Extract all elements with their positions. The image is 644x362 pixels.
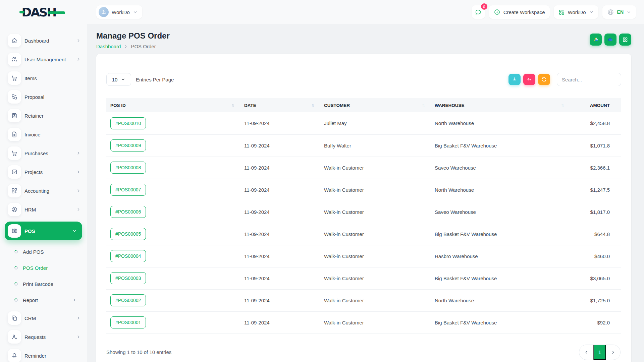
sidebar-subitem-pos-order[interactable]: POS Order — [0, 260, 87, 276]
pos-id-link[interactable]: #POS00007 — [110, 184, 146, 196]
chevron-down-icon — [589, 10, 594, 14]
check-square-icon — [11, 169, 18, 175]
pos-id-link[interactable]: #POS00009 — [110, 139, 146, 152]
warehouse-cell: North Warehouse — [431, 179, 570, 201]
sidebar-item-invoice[interactable]: Invoice — [8, 128, 81, 141]
sidebar-subitem-report[interactable]: Report — [0, 292, 87, 308]
sidebar-item-dashboard[interactable]: Dashboard — [8, 34, 81, 47]
breadcrumb-current: POS Order — [131, 44, 156, 49]
users-icon — [11, 56, 18, 63]
sort-icon: ↑↓ — [422, 103, 431, 108]
sidebar-item-reminder[interactable]: Reminder — [8, 349, 81, 362]
sidebar-item-purchases[interactable]: Purchases — [8, 146, 81, 160]
logo-area: DASH — [0, 5, 87, 19]
table-row: #POS00004 11-09-2024 Walk-in Customer Ha… — [106, 245, 621, 267]
person-target-icon — [11, 206, 18, 213]
table-controls: 10 Entries Per Page — [106, 73, 621, 86]
warehouse-cell: Big Basket F&V Warehouse — [431, 134, 570, 157]
language-selector[interactable]: EN — [602, 5, 636, 19]
dash-logo[interactable]: DASH — [22, 5, 65, 19]
grid-view-button[interactable] — [619, 34, 631, 46]
pos-id-link[interactable]: #POS00010 — [110, 117, 146, 129]
refresh-button[interactable] — [538, 74, 550, 85]
search-input[interactable] — [557, 73, 621, 86]
customer-cell: Walk-in Customer — [320, 179, 431, 201]
amount-cell: $2,366.1 — [570, 157, 621, 179]
date-cell: 11-09-2024 — [240, 201, 320, 223]
home-icon — [11, 37, 18, 44]
pos-id-link[interactable]: #POS00006 — [110, 206, 146, 218]
pos-id-link[interactable]: #POS00005 — [110, 228, 146, 240]
sidebar-item-user-management[interactable]: User Management — [8, 53, 81, 66]
sidebar-item-proposal[interactable]: Proposal — [8, 90, 81, 104]
column-header-date[interactable]: DATE↑↓ — [240, 98, 320, 112]
table-row: #POS00006 11-09-2024 Walk-in Customer Sa… — [106, 201, 621, 223]
amount-cell: $3,065.0 — [570, 267, 621, 289]
save-icon — [11, 112, 18, 119]
warehouse-cell: North Warehouse — [431, 289, 570, 311]
logo-green-bar — [48, 11, 65, 14]
sidebar-item-crm[interactable]: CRM — [8, 311, 81, 325]
app-root: DASH WorkDo 0 Create Workspace WorkDo — [0, 0, 644, 362]
chevron-right-icon — [76, 207, 81, 212]
chevron-down-icon — [121, 77, 125, 82]
amount-cell: $92.0 — [570, 311, 621, 334]
sidebar-item-accounting[interactable]: Accounting — [8, 184, 81, 197]
column-header-warehouse[interactable]: WAREHOUSE↑↓ — [431, 98, 570, 112]
column-header-pos-id[interactable]: POS ID↑↓ — [106, 98, 240, 112]
onedrive-button[interactable] — [604, 34, 616, 46]
pos-id-link[interactable]: #POS00008 — [110, 162, 146, 174]
pagination-next-button[interactable] — [606, 345, 620, 360]
google-drive-button[interactable] — [590, 34, 602, 46]
create-workspace-button[interactable]: Create Workspace — [489, 5, 550, 19]
sidebar-item-pos[interactable]: POS — [5, 222, 82, 240]
date-cell: 11-09-2024 — [240, 112, 320, 134]
pos-id-link[interactable]: #POS00004 — [110, 250, 146, 262]
workspace-selector[interactable]: WorkDo — [96, 5, 142, 19]
pagination-prev-button[interactable] — [579, 345, 593, 360]
sidebar-item-retainer[interactable]: Retainer — [8, 109, 81, 122]
workdo-menu-button[interactable]: WorkDo — [554, 5, 598, 19]
sidebar-item-hrm[interactable]: HRM — [8, 203, 81, 216]
pos-id-link[interactable]: #POS00003 — [110, 272, 146, 284]
sidebar-subitem-print-barcode[interactable]: Print Barcode — [0, 276, 87, 292]
table-row: #POS00009 11-09-2024 Buffy Walter Big Ba… — [106, 134, 621, 157]
breadcrumb-dashboard-link[interactable]: Dashboard — [96, 44, 121, 49]
sort-icon: ↑↓ — [311, 103, 320, 108]
sidebar-subitem-add-pos[interactable]: Add POS — [0, 244, 87, 260]
chevron-right-icon — [72, 298, 77, 302]
table-row: #POS00001 11-09-2024 Walk-in Customer Bi… — [106, 311, 621, 334]
pos-id-link[interactable]: #POS00001 — [110, 316, 146, 328]
chevron-right-icon — [76, 316, 81, 320]
sidebar-item-requests[interactable]: Requests — [8, 330, 81, 344]
pagination-page-1[interactable]: 1 — [593, 345, 606, 360]
customer-cell: Walk-in Customer — [320, 245, 431, 267]
cart-icon — [11, 150, 18, 157]
date-cell: 11-09-2024 — [240, 267, 320, 289]
swap-boxes-icon — [11, 94, 18, 100]
chevron-right-icon — [123, 44, 128, 49]
warehouse-cell: North Warehouse — [431, 112, 570, 134]
entries-per-page-select[interactable]: 10 — [106, 73, 131, 86]
messages-button[interactable]: 0 — [472, 5, 485, 19]
column-header-amount[interactable]: AMOUNT — [570, 98, 621, 112]
warehouse-cell: Big Basket F&V Warehouse — [431, 223, 570, 245]
sidebar-item-projects[interactable]: Projects — [8, 165, 81, 179]
amount-cell: $1,817.0 — [570, 201, 621, 223]
chevron-down-icon — [133, 10, 138, 14]
dots-grid-icon — [11, 228, 18, 234]
entries-per-page-label: Entries Per Page — [136, 77, 174, 82]
export-button[interactable] — [508, 74, 521, 85]
column-header-customer[interactable]: CUSTOMER↑↓ — [320, 98, 431, 112]
pagination: 1 — [579, 345, 621, 360]
sidebar-item-items[interactable]: Items — [8, 71, 81, 85]
date-cell: 11-09-2024 — [240, 134, 320, 157]
undo-button[interactable] — [523, 74, 535, 85]
date-cell: 11-09-2024 — [240, 179, 320, 201]
google-drive-icon — [593, 37, 599, 43]
messages-badge: 0 — [481, 3, 487, 10]
pos-id-link[interactable]: #POS00002 — [110, 294, 146, 306]
card-footer: Showing 1 to 10 of 10 entries 1 — [106, 334, 621, 360]
page-head: Manage POS Order Dashboard POS Order — [96, 31, 631, 49]
customer-cell: Walk-in Customer — [320, 201, 431, 223]
